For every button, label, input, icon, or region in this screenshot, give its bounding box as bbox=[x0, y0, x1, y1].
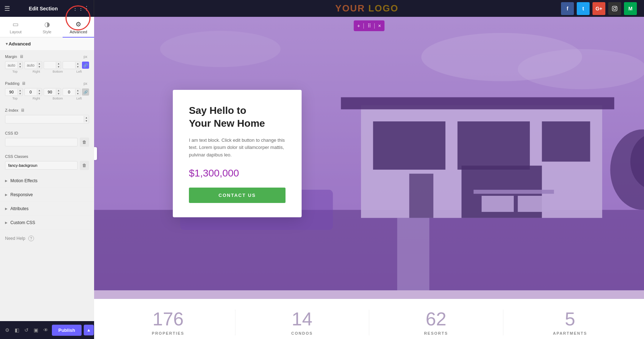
padding-unit[interactable]: px bbox=[82, 81, 89, 86]
padding-left-down[interactable]: ▼ bbox=[75, 92, 80, 95]
margin-right-input[interactable]: ▲ ▼ bbox=[24, 61, 42, 69]
padding-left-up[interactable]: ▲ bbox=[75, 89, 80, 92]
padding-bottom-down[interactable]: ▼ bbox=[56, 92, 61, 95]
margin-top-down[interactable]: ▼ bbox=[18, 65, 23, 68]
padding-right-input[interactable]: ▲ ▼ bbox=[24, 88, 42, 96]
publish-chevron[interactable]: ▲ bbox=[84, 325, 94, 335]
publish-button[interactable]: Publish bbox=[52, 325, 82, 336]
settings-icon[interactable]: ⚙ bbox=[4, 326, 11, 334]
hero-card: Say Hello to Your New Home I am text blo… bbox=[173, 90, 302, 217]
margin-left-up[interactable]: ▲ bbox=[75, 62, 80, 65]
padding-top-field[interactable] bbox=[5, 88, 18, 96]
twitter-icon[interactable]: t bbox=[577, 2, 590, 15]
cssid-delete-btn[interactable]: 🗑 bbox=[80, 137, 89, 147]
responsive-label: Responsive bbox=[10, 192, 33, 197]
margin-bottom-input[interactable]: ▲ ▼ bbox=[44, 61, 62, 69]
padding-right-down[interactable]: ▼ bbox=[37, 92, 42, 95]
margin-left-input[interactable]: ▲ ▼ bbox=[63, 61, 80, 69]
tab-advanced[interactable]: ⚙ Advanced bbox=[63, 17, 94, 38]
history-icon[interactable]: ↺ bbox=[23, 326, 30, 334]
hamburger-icon[interactable]: ☰ bbox=[4, 5, 10, 13]
need-help[interactable]: Need Help ? bbox=[0, 230, 94, 247]
padding-bottom-up[interactable]: ▲ bbox=[56, 89, 61, 92]
hero-title: Say Hello to Your New Home bbox=[189, 104, 286, 130]
zindex-label: Z-Index 🖥 bbox=[5, 108, 89, 113]
drag-section-icon[interactable]: ⠿ bbox=[367, 23, 371, 29]
stat-number-properties: 176 bbox=[108, 310, 228, 328]
stat-resorts: 62 RESORTS bbox=[369, 310, 503, 335]
zindex-down[interactable]: ▼ bbox=[84, 119, 89, 122]
collapse-handle[interactable]: ‹ bbox=[94, 147, 97, 160]
cssclasses-delete-btn[interactable]: 🗑 bbox=[80, 161, 89, 170]
tab-style[interactable]: ◑ Style bbox=[31, 17, 63, 38]
zindex-up[interactable]: ▲ bbox=[84, 116, 89, 119]
padding-left-field[interactable] bbox=[63, 88, 75, 96]
medium-icon[interactable]: M bbox=[624, 2, 637, 15]
padding-right-field[interactable] bbox=[25, 88, 37, 96]
padding-right-up[interactable]: ▲ bbox=[37, 89, 42, 92]
layers-icon[interactable]: ◧ bbox=[13, 326, 21, 334]
motion-effects-label: Motion Effects bbox=[10, 178, 38, 183]
gear-icon: ⚙ bbox=[75, 20, 81, 28]
add-section-icon[interactable]: + bbox=[357, 23, 360, 29]
zindex-field[interactable]: ▲ ▼ bbox=[5, 115, 89, 124]
margin-right-down[interactable]: ▼ bbox=[37, 65, 42, 68]
padding-top-up[interactable]: ▲ bbox=[18, 89, 23, 92]
preview-icon[interactable]: 👁 bbox=[42, 326, 50, 334]
tab-layout[interactable]: ▭ Layout bbox=[0, 17, 31, 38]
facebook-icon[interactable]: f bbox=[561, 2, 574, 15]
panel-title: Edit Section bbox=[14, 6, 72, 11]
padding-monitor-icon: 🖥 bbox=[21, 81, 26, 86]
advanced-section-header[interactable]: ▼ Advanced bbox=[0, 38, 94, 50]
svg-rect-0 bbox=[612, 6, 617, 11]
padding-bottom-field[interactable] bbox=[44, 88, 56, 96]
margin-left-down[interactable]: ▼ bbox=[75, 65, 80, 68]
margin-top-field[interactable] bbox=[5, 62, 18, 69]
cssid-label: CSS ID bbox=[5, 131, 89, 135]
close-section-icon[interactable]: × bbox=[378, 23, 381, 29]
padding-top-input[interactable]: ▲ ▼ bbox=[5, 88, 23, 96]
hero-price: $1,300,000 bbox=[189, 168, 286, 179]
hero-body-text: I am text block. Click edit button to ch… bbox=[189, 137, 286, 159]
cssid-input[interactable] bbox=[5, 138, 78, 146]
margin-top-input[interactable]: ▲ ▼ bbox=[5, 61, 23, 69]
padding-left-input[interactable]: ▲ ▼ bbox=[63, 88, 80, 96]
contact-us-button[interactable]: CONTACT US bbox=[189, 188, 286, 203]
margin-top-up[interactable]: ▲ bbox=[18, 62, 23, 65]
margin-right-field[interactable] bbox=[25, 62, 37, 69]
margin-bottom-field[interactable] bbox=[44, 62, 56, 69]
custom-css-header[interactable]: ▶ Custom CSS bbox=[0, 216, 94, 229]
margin-left-field[interactable] bbox=[63, 62, 75, 69]
svg-point-1 bbox=[614, 7, 616, 10]
monitor-icon: 🖥 bbox=[19, 54, 24, 59]
cssclasses-field-wrap: 🗑 bbox=[5, 161, 89, 170]
custom-css-label: Custom CSS bbox=[10, 220, 35, 225]
padding-link-btn[interactable]: 🔗 bbox=[82, 88, 89, 96]
style-icon: ◑ bbox=[44, 20, 50, 28]
padding-bottom-input[interactable]: ▲ ▼ bbox=[44, 88, 62, 96]
cssclasses-input[interactable] bbox=[5, 161, 78, 170]
collapse-arrow: ‹ bbox=[94, 152, 94, 156]
margin-bottom-up[interactable]: ▲ bbox=[56, 62, 61, 65]
stat-number-condos: 14 bbox=[243, 310, 362, 328]
instagram-icon[interactable] bbox=[608, 2, 621, 15]
attributes-section: ▶ Attributes bbox=[0, 202, 94, 216]
stat-apartments: 5 APARTMENTS bbox=[503, 310, 637, 335]
padding-top-down[interactable]: ▼ bbox=[18, 92, 23, 95]
motion-effects-section: ▶ Motion Effects bbox=[0, 174, 94, 188]
social-icons-bar: f t G+ M bbox=[561, 2, 637, 15]
margin-right-up[interactable]: ▲ bbox=[37, 62, 42, 65]
custom-css-arrow: ▶ bbox=[5, 221, 8, 224]
margin-unit[interactable]: px bbox=[82, 54, 89, 59]
motion-effects-header[interactable]: ▶ Motion Effects bbox=[0, 174, 94, 188]
grid-icon[interactable]: ⋮⋮⋮ bbox=[72, 5, 89, 12]
stat-properties: 176 PROPERTIES bbox=[101, 310, 235, 335]
margin-bottom-down[interactable]: ▼ bbox=[56, 65, 61, 68]
margin-link-btn[interactable]: 🔗 bbox=[82, 62, 89, 69]
responsive-header[interactable]: ▶ Responsive bbox=[0, 188, 94, 202]
googleplus-icon[interactable]: G+ bbox=[592, 2, 605, 15]
padding-top-sub: Top bbox=[5, 97, 25, 100]
responsive-icon[interactable]: ▣ bbox=[32, 326, 40, 334]
zindex-input[interactable] bbox=[5, 115, 84, 123]
attributes-header[interactable]: ▶ Attributes bbox=[0, 202, 94, 215]
